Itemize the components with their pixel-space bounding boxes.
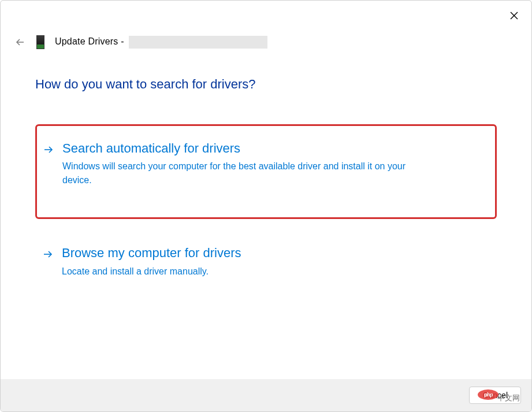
back-arrow-icon (14, 36, 26, 48)
right-arrow-icon (43, 144, 54, 158)
option-description: Locate and install a driver manually. (62, 265, 420, 279)
window-title: Update Drivers - (55, 36, 267, 49)
option-text-group: Search automatically for drivers Windows… (62, 141, 487, 187)
content-area: How do you want to search for drivers? S… (35, 77, 497, 305)
footer-bar: php Cancel 中文网 (1, 379, 531, 411)
close-icon (509, 11, 519, 20)
back-button[interactable] (14, 36, 26, 48)
right-arrow-icon (42, 248, 54, 262)
option-title: Browse my computer for drivers (62, 246, 488, 261)
option-browse-computer[interactable]: Browse my computer for drivers Locate an… (35, 239, 497, 288)
close-button[interactable] (507, 9, 521, 23)
option-text-group: Browse my computer for drivers Locate an… (62, 246, 488, 278)
option-title: Search automatically for drivers (62, 141, 487, 156)
device-icon (36, 35, 44, 49)
question-heading: How do you want to search for drivers? (35, 77, 497, 92)
title-prefix: Update Drivers - (55, 36, 124, 46)
option-description: Windows will search your computer for th… (62, 159, 421, 187)
cancel-button[interactable]: php Cancel (469, 387, 521, 404)
redacted-device-name (129, 36, 267, 49)
option-search-automatically[interactable]: Search automatically for drivers Windows… (35, 124, 497, 219)
header-row: Update Drivers - (14, 35, 267, 49)
